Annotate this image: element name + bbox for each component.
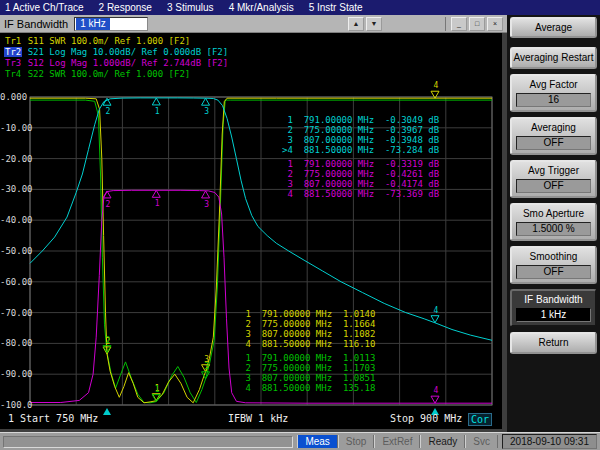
softkey-averaging-restart[interactable]: Averaging Restart bbox=[510, 47, 597, 69]
status-bar: MeasStopExtRefReadySvc 2018-09-10 09:31 bbox=[0, 432, 600, 450]
trace-legend-tr4[interactable]: Tr4 S22 SWR 100.0m/ Ref 1.000 [F2] bbox=[4, 69, 228, 80]
spin-up-button[interactable]: ▲ bbox=[348, 17, 364, 31]
marker-readout-row: 4 881.50000 MHz -73.369 dB bbox=[282, 189, 439, 199]
menu-item-2-response[interactable]: 2 Response bbox=[99, 2, 152, 13]
softkey-label: Return bbox=[513, 337, 594, 349]
marker-readout-row: 2 775.00000 MHz 1.1703 bbox=[240, 363, 375, 373]
softkey-value: 16 bbox=[516, 93, 591, 107]
restore-button[interactable]: □ bbox=[469, 17, 485, 31]
start-frequency-label: Start 750 MHz bbox=[20, 413, 98, 424]
marker-table-s11: 1 791.00000 MHz 1.0140 2 775.00000 MHz 1… bbox=[240, 309, 375, 349]
softkey-value: OFF bbox=[516, 265, 591, 279]
softkey-averaging[interactable]: AveragingOFF bbox=[510, 117, 597, 155]
softkey-value: OFF bbox=[516, 179, 591, 193]
marker-1-s12-icon bbox=[152, 190, 160, 197]
close-button[interactable]: × bbox=[487, 17, 503, 31]
marker-2-label: 2 bbox=[106, 107, 111, 116]
menu-item-3-stimulus[interactable]: 3 Stimulus bbox=[167, 2, 214, 13]
softkey-label: Smoothing bbox=[513, 251, 594, 263]
softkey-smo-aperture[interactable]: Smo Aperture1.5000 % bbox=[510, 203, 597, 241]
status-extref[interactable]: ExtRef bbox=[374, 435, 420, 448]
menu-bar: 1 Active Ch/Trace2 Response3 Stimulus4 M… bbox=[0, 0, 600, 15]
marker-1-label: 1 bbox=[155, 107, 160, 116]
status-message-area bbox=[3, 436, 293, 448]
main-display: 213421342134213 Tr1 S11 SWR 100.0m/ Ref … bbox=[0, 33, 507, 432]
toolbar-separator bbox=[445, 17, 446, 31]
ifbw-label: IFBW 1 kHz bbox=[228, 413, 288, 424]
y-tick-label: -50.00 bbox=[0, 246, 27, 256]
menu-item-1-active-ch-trace[interactable]: 1 Active Ch/Trace bbox=[5, 2, 84, 13]
toolbar-field-label: IF Bandwidth bbox=[4, 18, 68, 30]
trace-legend-tr3[interactable]: Tr3 S12 Log Mag 1.000dB/ Ref 2.744dB [F2… bbox=[4, 58, 228, 69]
softkey-average[interactable]: Average bbox=[510, 17, 597, 38]
status-ready[interactable]: Ready bbox=[420, 435, 465, 448]
trace-format-text: S21 Log Mag 10.00dB/ Ref 0.000dB [F2] bbox=[22, 47, 228, 57]
marker-readout-row: 1 791.00000 MHz 1.0140 bbox=[240, 309, 375, 319]
marker-3-s21-icon bbox=[202, 98, 210, 105]
status-segments: MeasStopExtRefReadySvc bbox=[297, 435, 498, 448]
y-tick-label: -70.00 bbox=[0, 308, 27, 318]
spin-down-button[interactable]: ▼ bbox=[366, 17, 382, 31]
marker-2-label: 2 bbox=[106, 200, 111, 209]
marker-1-s21-icon bbox=[152, 98, 160, 105]
marker-readout-row: 4 881.50000 MHz 116.10 bbox=[240, 339, 375, 349]
y-tick-label: -30.00 bbox=[0, 184, 27, 194]
stop-frequency-label: Stop 900 MHz bbox=[390, 413, 462, 424]
y-tick-label: -60.00 bbox=[0, 277, 27, 287]
trace-id: Tr3 bbox=[4, 58, 22, 68]
toolbar-controls: ▲ ▼ _ □ × bbox=[348, 17, 503, 31]
y-tick-label: -20.00 bbox=[0, 154, 27, 164]
marker-readout-row: 1 791.00000 MHz -0.3049 dB bbox=[282, 115, 439, 125]
correction-status-badge: Cor bbox=[468, 413, 492, 426]
trace-id: Tr1 bbox=[4, 36, 22, 46]
status-meas[interactable]: Meas bbox=[297, 435, 337, 448]
trace-format-text: S22 SWR 100.0m/ Ref 1.000 [F2] bbox=[22, 69, 190, 79]
y-tick-label: -90.00 bbox=[0, 369, 27, 379]
marker-readout-row: 3 807.00000 MHz 1.0851 bbox=[240, 373, 375, 383]
softkey-avg-trigger[interactable]: Avg TriggerOFF bbox=[510, 160, 597, 198]
softkey-label: Avg Factor bbox=[513, 79, 594, 91]
marker-readout-row: 3 807.00000 MHz 1.1082 bbox=[240, 329, 375, 339]
y-tick-label: -100.0 bbox=[0, 400, 27, 410]
menu-item-4-mkr-analysis[interactable]: 4 Mkr/Analysis bbox=[229, 2, 294, 13]
softkey-panel: AverageAveraging RestartAvg Factor16Aver… bbox=[507, 15, 600, 432]
marker-readout-row: 3 807.00000 MHz -0.4174 dB bbox=[282, 179, 439, 189]
marker-2-label: 2 bbox=[106, 336, 111, 345]
minimize-button[interactable]: _ bbox=[451, 17, 467, 31]
vna-window: 1 Active Ch/Trace2 Response3 Stimulus4 M… bbox=[0, 0, 600, 450]
marker-readout-row: >4 881.50000 MHz -73.284 dB bbox=[282, 145, 439, 155]
marker-4-label: 4 bbox=[434, 386, 439, 395]
softkey-if-bandwidth[interactable]: IF Bandwidth1 kHz bbox=[510, 289, 597, 327]
softkey-avg-factor[interactable]: Avg Factor16 bbox=[510, 74, 597, 112]
trace-legend-tr2[interactable]: Tr2 S21 Log Mag 10.00dB/ Ref 0.000dB [F2… bbox=[4, 47, 228, 58]
marker-readout-row: 2 775.00000 MHz 1.1664 bbox=[240, 319, 375, 329]
softkey-label: Avg Trigger bbox=[513, 165, 594, 177]
menu-item-5-instr-state[interactable]: 5 Instr State bbox=[309, 2, 363, 13]
marker-readout-row: 1 791.00000 MHz 1.0113 bbox=[240, 353, 375, 363]
if-bandwidth-value: 1 kHz bbox=[76, 18, 110, 30]
marker-3-label: 3 bbox=[204, 200, 209, 209]
marker-3-label: 3 bbox=[204, 362, 209, 371]
softkey-smoothing[interactable]: SmoothingOFF bbox=[510, 246, 597, 284]
marker-1-label: 1 bbox=[155, 199, 160, 208]
marker-readout-row: 2 775.00000 MHz -0.4261 dB bbox=[282, 169, 439, 179]
trace-legend: Tr1 S11 SWR 100.0m/ Ref 1.000 [F2]Tr2 S2… bbox=[4, 36, 228, 80]
marker-readout-row: 3 807.00000 MHz -0.3948 dB bbox=[282, 135, 439, 145]
y-tick-label: 0.000 bbox=[0, 92, 27, 102]
x-axis-bar: 1 Start 750 MHz IFBW 1 kHz Stop 900 MHz … bbox=[0, 411, 502, 427]
trace-format-text: S12 Log Mag 1.000dB/ Ref 2.744dB [F2] bbox=[22, 58, 228, 68]
marker-3-s12-icon bbox=[202, 191, 210, 198]
trace-legend-tr1[interactable]: Tr1 S11 SWR 100.0m/ Ref 1.000 [F2] bbox=[4, 36, 228, 47]
status-stop[interactable]: Stop bbox=[338, 435, 375, 448]
softkey-return[interactable]: Return bbox=[510, 332, 597, 354]
marker-table-s12: 1 791.00000 MHz -0.3319 dB 2 775.00000 M… bbox=[282, 159, 439, 199]
marker-table-s21: 1 791.00000 MHz -0.3049 dB 2 775.00000 M… bbox=[282, 115, 439, 155]
marker-table-s22: 1 791.00000 MHz 1.0113 2 775.00000 MHz 1… bbox=[240, 353, 375, 393]
marker-4-label: 4 bbox=[434, 81, 439, 90]
status-svc[interactable]: Svc bbox=[465, 435, 498, 448]
softkey-label: Averaging Restart bbox=[513, 52, 594, 64]
if-bandwidth-input[interactable]: 1 kHz bbox=[74, 17, 148, 31]
marker-4-s12-icon bbox=[431, 396, 439, 403]
softkey-label: Averaging bbox=[513, 122, 594, 134]
trace-id: Tr2 bbox=[4, 47, 22, 57]
